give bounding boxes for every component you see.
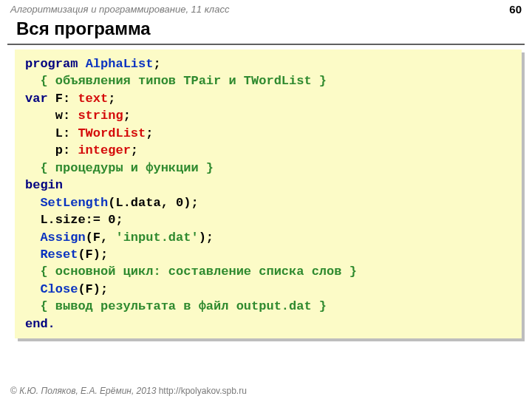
code-block: program AlphaList; { объявления типов TP…	[15, 50, 522, 338]
function-call: Close	[40, 282, 78, 296]
slide-title: Вся программа	[0, 17, 532, 44]
comment: { основной цикл: составление списка слов…	[40, 265, 356, 279]
copyright-symbol: ©	[10, 386, 19, 396]
function-call: Reset	[40, 248, 78, 262]
authors: К.Ю. Поляков, Е.А. Ерёмин, 2013	[19, 386, 156, 396]
comment: { вывод результата в файл output.dat }	[40, 299, 327, 313]
keyword-begin: begin	[25, 178, 63, 192]
comment: { объявления типов TPair и TWordList }	[40, 74, 327, 88]
footer-url: http://kpolyakov.spb.ru	[159, 386, 247, 396]
title-underline	[7, 44, 525, 45]
type: TWordList	[78, 126, 146, 140]
function-call: Assign	[40, 231, 85, 245]
course-name: Алгоритмизация и программирование, 11 кл…	[10, 4, 229, 15]
function-call: SetLength	[40, 196, 108, 210]
comment: { процедуры и функции }	[40, 161, 214, 175]
keyword-program: program	[25, 57, 78, 71]
slide-footer: © К.Ю. Поляков, Е.А. Ерёмин, 2013 http:/…	[10, 386, 247, 396]
type: text	[78, 92, 108, 106]
type: integer	[78, 143, 130, 157]
type: string	[78, 109, 123, 123]
slide-header: Алгоритмизация и программирование, 11 кл…	[0, 0, 532, 17]
code-container: program AlphaList; { объявления типов TP…	[15, 50, 522, 338]
keyword-var: var	[25, 92, 48, 106]
keyword-end: end.	[25, 317, 55, 331]
program-name: AlphaList	[86, 57, 154, 71]
page-number: 60	[509, 3, 522, 16]
string-literal: 'input.dat'	[115, 231, 198, 245]
statement: L.size:= 0;	[40, 213, 123, 227]
